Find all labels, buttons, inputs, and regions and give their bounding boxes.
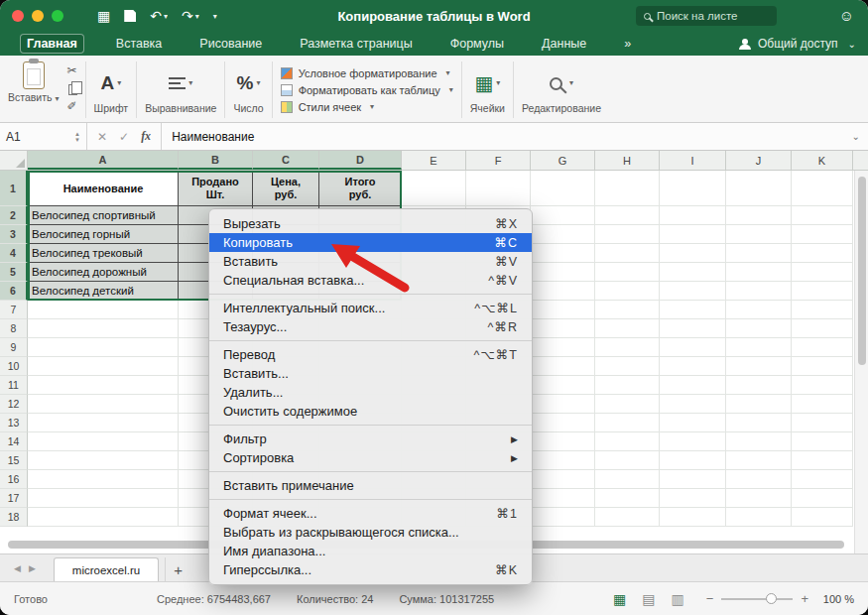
row-header-15[interactable]: 15 bbox=[0, 451, 28, 470]
row-header-7[interactable]: 7 bbox=[0, 301, 28, 319]
context-menu-item-7[interactable]: Тезаурус...^⌘R bbox=[209, 317, 532, 336]
cell-K10[interactable] bbox=[792, 357, 853, 376]
cell-I14[interactable] bbox=[660, 432, 726, 451]
cell-I17[interactable] bbox=[660, 489, 726, 508]
cell-J11[interactable] bbox=[726, 376, 792, 395]
cell-G15[interactable] bbox=[531, 451, 595, 470]
cell-A6[interactable]: Велосипед детский bbox=[28, 282, 179, 301]
app-launcher-icon[interactable]: ▦ bbox=[97, 8, 110, 24]
cell-J17[interactable] bbox=[726, 489, 792, 508]
cell-G1[interactable] bbox=[531, 171, 595, 206]
zoom-level[interactable]: 100 % bbox=[816, 593, 854, 605]
column-header-D[interactable]: D bbox=[319, 151, 402, 170]
cell-I10[interactable] bbox=[660, 357, 726, 376]
cell-I7[interactable] bbox=[660, 301, 726, 319]
cell-H10[interactable] bbox=[595, 357, 660, 376]
insert-function-icon[interactable]: fx bbox=[141, 129, 151, 144]
cell-H13[interactable] bbox=[595, 414, 660, 432]
add-sheet-button[interactable]: + bbox=[165, 557, 190, 581]
row-header-17[interactable]: 17 bbox=[0, 489, 28, 508]
cell-A4[interactable]: Велосипед трековый bbox=[28, 244, 179, 263]
cell-K14[interactable] bbox=[792, 432, 853, 451]
cell-G3[interactable] bbox=[531, 225, 595, 244]
column-header-A[interactable]: A bbox=[28, 151, 179, 170]
cell-K6[interactable] bbox=[792, 282, 853, 301]
context-menu-item-11[interactable]: Удалить... bbox=[209, 383, 532, 402]
cell-B1[interactable]: Продано Шт. bbox=[179, 171, 253, 206]
cell-H12[interactable] bbox=[595, 395, 660, 414]
zoom-slider[interactable] bbox=[721, 598, 793, 600]
context-menu-item-10[interactable]: Вставить... bbox=[209, 364, 532, 383]
cell-I1[interactable] bbox=[660, 171, 726, 206]
cell-A9[interactable] bbox=[28, 338, 179, 357]
cell-A7[interactable] bbox=[28, 301, 179, 319]
cell-D1[interactable]: Итого руб. bbox=[319, 171, 402, 206]
cell-H8[interactable] bbox=[595, 319, 660, 338]
undo-icon[interactable]: ↶▾ bbox=[150, 8, 168, 24]
ribbon-tab-1[interactable]: Главная bbox=[20, 34, 84, 54]
editing-group[interactable]: Редактирование bbox=[522, 60, 601, 120]
cell-A3[interactable]: Велосипед горный bbox=[28, 225, 179, 244]
cell-I16[interactable] bbox=[660, 470, 726, 489]
zoom-in-icon[interactable]: + bbox=[801, 591, 808, 606]
cell-H11[interactable] bbox=[595, 376, 660, 395]
cell-A18[interactable] bbox=[28, 508, 179, 527]
cell-I4[interactable] bbox=[660, 244, 726, 263]
cell-K12[interactable] bbox=[792, 395, 853, 414]
cell-A16[interactable] bbox=[28, 470, 179, 489]
cell-J7[interactable] bbox=[726, 301, 792, 319]
cell-A2[interactable]: Велосипед спортивный bbox=[28, 206, 179, 225]
enter-icon[interactable]: ✓ bbox=[119, 130, 129, 144]
cell-H6[interactable] bbox=[595, 282, 660, 301]
cell-A11[interactable] bbox=[28, 376, 179, 395]
cell-H14[interactable] bbox=[595, 432, 660, 451]
cell-G11[interactable] bbox=[531, 376, 595, 395]
context-menu-item-14[interactable]: Фильтр▶ bbox=[209, 430, 532, 448]
cell-K7[interactable] bbox=[792, 301, 853, 319]
sheet-tab[interactable]: microexcel.ru bbox=[54, 557, 159, 581]
cell-I2[interactable] bbox=[660, 206, 726, 225]
cell-J4[interactable] bbox=[726, 244, 792, 263]
name-box[interactable]: A1 ▲▼ bbox=[0, 123, 87, 150]
column-header-H[interactable]: H bbox=[595, 151, 660, 170]
copy-icon[interactable] bbox=[68, 84, 77, 95]
cell-G14[interactable] bbox=[531, 432, 595, 451]
cell-G4[interactable] bbox=[531, 244, 595, 263]
context-menu-item-12[interactable]: Очистить содержимое bbox=[209, 402, 532, 421]
cell-J12[interactable] bbox=[726, 395, 792, 414]
cell-K13[interactable] bbox=[792, 414, 853, 432]
close-window-button[interactable] bbox=[12, 10, 24, 22]
column-header-G[interactable]: G bbox=[531, 151, 595, 170]
cell-G12[interactable] bbox=[531, 395, 595, 414]
cell-A10[interactable] bbox=[28, 357, 179, 376]
cell-K16[interactable] bbox=[792, 470, 853, 489]
cell-G16[interactable] bbox=[531, 470, 595, 489]
row-header-4[interactable]: 4 bbox=[0, 244, 28, 263]
cell-E1[interactable] bbox=[402, 171, 466, 206]
search-input[interactable]: Поиск на листе bbox=[636, 6, 777, 26]
normal-view-icon[interactable]: ▦ bbox=[613, 591, 626, 607]
cell-J8[interactable] bbox=[726, 319, 792, 338]
cell-H16[interactable] bbox=[595, 470, 660, 489]
cell-J9[interactable] bbox=[726, 338, 792, 357]
cell-A1[interactable]: Наименование bbox=[28, 171, 179, 206]
cell-G7[interactable] bbox=[531, 301, 595, 319]
column-header-B[interactable]: B bbox=[179, 151, 253, 170]
row-header-10[interactable]: 10 bbox=[0, 357, 28, 376]
cell-H5[interactable] bbox=[595, 263, 660, 282]
column-header-I[interactable]: I bbox=[660, 151, 726, 170]
cell-H1[interactable] bbox=[595, 171, 660, 206]
cell-K3[interactable] bbox=[792, 225, 853, 244]
name-box-stepper-icon[interactable]: ▲▼ bbox=[74, 131, 80, 143]
cell-H2[interactable] bbox=[595, 206, 660, 225]
cell-C1[interactable]: Цена, руб. bbox=[253, 171, 319, 206]
cell-K11[interactable] bbox=[792, 376, 853, 395]
row-header-11[interactable]: 11 bbox=[0, 376, 28, 395]
cell-K17[interactable] bbox=[792, 489, 853, 508]
cell-J13[interactable] bbox=[726, 414, 792, 432]
cell-J10[interactable] bbox=[726, 357, 792, 376]
cell-H15[interactable] bbox=[595, 451, 660, 470]
cell-J3[interactable] bbox=[726, 225, 792, 244]
format-painter-icon[interactable]: ✐ bbox=[67, 99, 77, 113]
cell-H7[interactable] bbox=[595, 301, 660, 319]
